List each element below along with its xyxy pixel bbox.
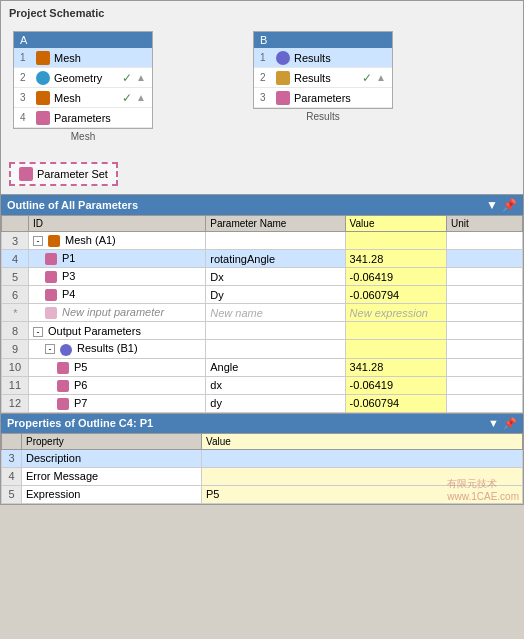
prop-value[interactable]: P5: [202, 485, 523, 503]
cell-d: [446, 322, 522, 340]
table-row[interactable]: 4 P1 rotatingAngle 341.28: [2, 250, 523, 268]
row-num: 2: [260, 72, 272, 83]
row-num: 5: [2, 485, 22, 503]
row-num: 6: [2, 286, 29, 304]
expand-icon-results[interactable]: -: [45, 344, 55, 354]
table-row[interactable]: * New input parameter New name New expre…: [2, 304, 523, 322]
param-set-box[interactable]: Parameter Set: [9, 162, 118, 186]
block-b-row-1[interactable]: 1 Results: [254, 48, 392, 68]
row-num: 5: [2, 268, 29, 286]
outline-section: Outline of All Parameters ▼ 📌 ID Paramet…: [0, 195, 524, 414]
cell-d: [446, 358, 522, 376]
props-row[interactable]: 4 Error Message: [2, 467, 523, 485]
block-b: B 1 Results 2 Results ✓ ▲ 3 Param: [253, 31, 393, 109]
cell-c: -0.060794: [345, 286, 446, 304]
cell-b: dy: [206, 394, 345, 412]
cell-a: New input parameter: [28, 304, 205, 322]
arrow-icon-2: ▲: [136, 92, 146, 103]
row-num: 4: [2, 250, 29, 268]
results-icon: [60, 344, 72, 356]
cell-c: [345, 322, 446, 340]
props-col-b: Value: [202, 433, 523, 449]
row-num: *: [2, 304, 29, 322]
row-num: 1: [260, 52, 272, 63]
prop-value[interactable]: [202, 449, 523, 467]
p6-icon: [57, 380, 69, 392]
table-row[interactable]: 8 - Output Parameters: [2, 322, 523, 340]
block-a-header: A: [14, 32, 152, 48]
expand-icon-output[interactable]: -: [33, 327, 43, 337]
block-b-header-label: B: [260, 34, 267, 46]
row-num: 12: [2, 394, 29, 412]
project-schematic-title: Project Schematic: [5, 5, 519, 21]
cell-d: [446, 376, 522, 394]
params-icon: [36, 111, 50, 125]
new-param-icon: [45, 307, 57, 319]
block-b-row-2[interactable]: 2 Results ✓ ▲: [254, 68, 392, 88]
props-pin-icon[interactable]: 📌: [503, 417, 517, 430]
prop-value[interactable]: [202, 467, 523, 485]
props-col-headers: Property Value: [2, 433, 523, 449]
block-a-row-1[interactable]: 1 Mesh: [14, 48, 152, 68]
prop-name: Expression: [22, 485, 202, 503]
row-label: Parameters: [54, 112, 146, 124]
table-row[interactable]: 11 P6 dx -0.06419: [2, 376, 523, 394]
row-num: 8: [2, 322, 29, 340]
pushpin-icon[interactable]: 📌: [502, 198, 517, 212]
cell-a: P6: [28, 376, 205, 394]
cell-a: P7: [28, 394, 205, 412]
mesh-icon-2: [36, 91, 50, 105]
block-a-row-2[interactable]: 2 Geometry ✓ ▲: [14, 68, 152, 88]
col-header-a: ID: [28, 216, 205, 232]
cell-d: [446, 250, 522, 268]
row-label: Geometry: [54, 72, 118, 84]
row-num: 4: [20, 112, 32, 123]
block-b-header: B: [254, 32, 392, 48]
prop-name: Description: [22, 449, 202, 467]
row-num: 2: [20, 72, 32, 83]
table-row[interactable]: 9 - Results (B1): [2, 340, 523, 358]
block-a: A 1 Mesh 2 Geometry ✓ ▲ 3 Mesh: [13, 31, 153, 129]
props-dropdown-icon[interactable]: ▼: [488, 417, 499, 430]
table-row[interactable]: 5 P3 Dx -0.06419: [2, 268, 523, 286]
prop-name: Error Message: [22, 467, 202, 485]
cell-c: [345, 340, 446, 358]
props-title: Properties of Outline C4: P1: [7, 417, 153, 430]
p5-icon: [57, 362, 69, 374]
outline-header-icons: ▼ 📌: [486, 198, 517, 212]
table-row[interactable]: 6 P4 Dy -0.060794: [2, 286, 523, 304]
row-num: 3: [260, 92, 272, 103]
cell-c: 341.28: [345, 250, 446, 268]
cell-b: New name: [206, 304, 345, 322]
row-num: 3: [2, 449, 22, 467]
mesh-icon: [36, 51, 50, 65]
cell-d: [446, 268, 522, 286]
block-a-row-4[interactable]: 4 Parameters: [14, 108, 152, 128]
pin-icon[interactable]: ▼: [486, 198, 498, 212]
block-a-label: Mesh: [69, 129, 97, 144]
table-row[interactable]: 10 P5 Angle 341.28: [2, 358, 523, 376]
cell-c: 341.28: [345, 358, 446, 376]
block-a-row-3[interactable]: 3 Mesh ✓ ▲: [14, 88, 152, 108]
arrow-icon-b: ▲: [376, 72, 386, 83]
row-label: Mesh: [54, 52, 146, 64]
row-num: 9: [2, 340, 29, 358]
row-num: 3: [20, 92, 32, 103]
schematic-area: A 1 Mesh 2 Geometry ✓ ▲ 3 Mesh: [5, 27, 519, 148]
table-row[interactable]: 3 - Mesh (A1): [2, 232, 523, 250]
cell-a: P1: [28, 250, 205, 268]
cell-a: P5: [28, 358, 205, 376]
outline-title: Outline of All Parameters: [7, 199, 138, 211]
table-row[interactable]: 12 P7 dy -0.060794: [2, 394, 523, 412]
block-b-row-3[interactable]: 3 Parameters: [254, 88, 392, 108]
p1-icon: [45, 253, 57, 265]
props-row[interactable]: 5 Expression P5: [2, 485, 523, 503]
props-row[interactable]: 3 Description: [2, 449, 523, 467]
cell-a: - Mesh (A1): [28, 232, 205, 250]
cell-a: - Output Parameters: [28, 322, 205, 340]
expand-icon[interactable]: -: [33, 236, 43, 246]
geometry-icon: [36, 71, 50, 85]
mesh-group-icon: [48, 235, 60, 247]
props-col-num: [2, 433, 22, 449]
outline-table: ID Parameter Name Value Unit 3 - Mesh (A…: [1, 215, 523, 413]
